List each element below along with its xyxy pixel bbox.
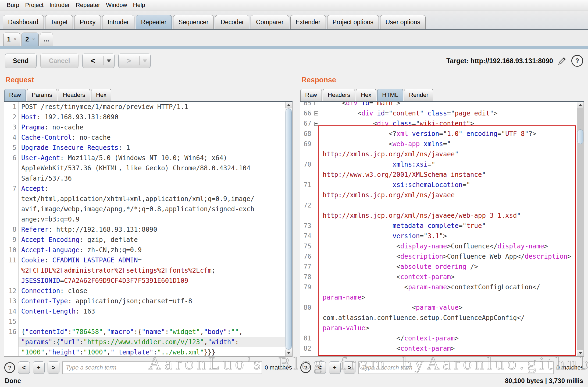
repeater-tab-2-label: 2: [25, 36, 29, 43]
scroll-up-button[interactable]: [577, 102, 584, 108]
request-editor[interactable]: 1POST /rest/tinymce/1/macro/preview HTTP…: [4, 102, 293, 357]
response-editor[interactable]: 65 <div id="main">66 <div id="content" c…: [300, 102, 584, 357]
search-input[interactable]: [62, 361, 262, 374]
tab-repeater[interactable]: Repeater: [136, 15, 172, 29]
menu-help[interactable]: Help: [130, 2, 148, 9]
tab-dashboard[interactable]: Dashboard: [3, 15, 44, 29]
line-number: [4, 265, 18, 276]
response-tab-hex[interactable]: Hex: [356, 89, 376, 101]
edit-pencil-icon[interactable]: [557, 56, 567, 66]
request-tab-headers[interactable]: Headers: [58, 89, 90, 101]
code-line: 1POST /rest/tinymce/1/macro/preview HTTP…: [4, 102, 292, 112]
search-input[interactable]: [358, 361, 554, 374]
back-dropdown[interactable]: [104, 59, 114, 62]
close-icon[interactable]: ×: [14, 37, 16, 42]
send-button[interactable]: Send: [5, 54, 37, 68]
code-text: http://xmlns.jcp.org/xml/ns/javaee": [320, 149, 584, 159]
scroll-down-button[interactable]: [577, 350, 584, 356]
repeater-tab-2[interactable]: 2 ×: [22, 33, 38, 46]
tab-extender[interactable]: Extender: [290, 15, 326, 29]
code-text: POST /rest/tinymce/1/macro/preview HTTP/…: [18, 102, 292, 112]
search-next-button[interactable]: >: [344, 361, 355, 374]
menu-window[interactable]: Window: [103, 2, 130, 9]
help-icon[interactable]: ?: [571, 55, 583, 67]
code-line: 75 <display-name>Confluence</display-nam…: [300, 241, 584, 251]
tab-decoder[interactable]: Decoder: [215, 15, 249, 29]
tab-comparer[interactable]: Comparer: [251, 15, 289, 29]
repeater-tab-new[interactable]: ...: [40, 33, 53, 46]
menu-repeater[interactable]: Repeater: [73, 2, 103, 9]
tab-intruder[interactable]: Intruder: [102, 15, 134, 29]
line-number: 83: [300, 354, 313, 357]
code-text: </context-param>: [320, 333, 584, 343]
tab-sequencer[interactable]: Sequencer: [173, 15, 214, 29]
scrollbar-thumb[interactable]: [577, 129, 583, 144]
scroll-down-button[interactable]: [285, 350, 292, 356]
history-back-button[interactable]: <: [82, 54, 115, 68]
request-tab-hex[interactable]: Hex: [91, 89, 111, 101]
line-number: 13: [4, 296, 18, 306]
line-number: [300, 323, 313, 333]
search-next-button[interactable]: >: [48, 361, 59, 374]
search-case-button[interactable]: +: [33, 361, 45, 374]
line-number: [300, 170, 313, 180]
tab-project-options[interactable]: Project options: [327, 15, 379, 29]
help-icon[interactable]: ?: [300, 362, 311, 373]
code-line: 80 <param-value>: [300, 302, 584, 313]
request-title: Request: [5, 76, 293, 84]
code-text: param-name>: [320, 292, 584, 302]
repeater-tab-1[interactable]: 1 ×: [3, 33, 20, 46]
fold-spacer: [313, 221, 320, 231]
code-text: version="3.1">: [320, 231, 584, 241]
response-tab-html[interactable]: HTML: [377, 89, 403, 101]
code-text: Accept-Language: zh-CN,zh;q=0.9: [18, 245, 292, 255]
code-text: Cookie: CFADMIN_LASTPAGE_ADMIN=: [18, 255, 292, 265]
response-scrollbar[interactable]: [577, 102, 584, 356]
tab-target[interactable]: Target: [45, 15, 73, 29]
code-line: 4Cache-Control: no-cache: [4, 132, 292, 143]
line-number: 72: [300, 200, 313, 210]
scroll-up-button[interactable]: [285, 102, 292, 108]
request-tab-params[interactable]: Params: [27, 89, 57, 101]
tab-user-options[interactable]: User options: [380, 15, 426, 29]
request-tab-raw[interactable]: Raw: [4, 89, 26, 101]
status-bar: Done 80,100 bytes | 3,730 millis: [0, 375, 588, 387]
history-forward-button[interactable]: >: [118, 54, 151, 68]
fold-spacer: [313, 139, 320, 149]
fold-spacer: [313, 262, 320, 272]
code-text: param-value>: [320, 323, 584, 333]
code-text: <context-param>: [320, 272, 584, 282]
line-number: [4, 214, 18, 224]
line-number: [4, 163, 18, 173]
line-number: 4: [4, 132, 18, 143]
close-icon[interactable]: ×: [32, 37, 35, 42]
fold-marker-icon[interactable]: [313, 118, 320, 129]
fold-marker-icon[interactable]: [313, 102, 320, 108]
search-prev-button[interactable]: <: [314, 361, 326, 374]
code-line: avif,image/webp,image/apng,*/*;q=0.8,app…: [4, 204, 292, 214]
line-number: 70: [300, 159, 313, 170]
menu-intruder[interactable]: Intruder: [47, 2, 73, 9]
response-tab-render[interactable]: Render: [404, 89, 433, 101]
search-prev-button[interactable]: <: [18, 361, 30, 374]
code-text: "params":{"url":"https://www.viddler.com…: [18, 337, 292, 347]
request-scrollbar[interactable]: [285, 102, 292, 356]
code-text: <param-name>contextClass</param-name>: [320, 354, 584, 357]
response-tab-headers[interactable]: Headers: [323, 89, 355, 101]
forward-dropdown[interactable]: [140, 59, 150, 62]
scrollbar-thumb[interactable]: [286, 108, 292, 350]
menu-burp[interactable]: Burp: [4, 2, 22, 9]
help-icon[interactable]: ?: [4, 362, 15, 373]
fold-spacer: [313, 241, 320, 251]
code-line: "params":{"url":"https://www.viddler.com…: [4, 337, 292, 347]
menu-project[interactable]: Project: [22, 2, 46, 9]
fold-marker-icon[interactable]: [313, 108, 320, 118]
search-case-button[interactable]: +: [329, 361, 341, 374]
line-number: [300, 292, 313, 302]
line-number: 79: [300, 282, 313, 292]
code-line: 5Upgrade-Insecure-Requests: 1: [4, 143, 292, 153]
tab-proxy[interactable]: Proxy: [74, 15, 101, 29]
fold-spacer: [313, 210, 320, 221]
cancel-button[interactable]: Cancel: [40, 54, 79, 68]
response-tab-raw[interactable]: Raw: [300, 89, 322, 101]
